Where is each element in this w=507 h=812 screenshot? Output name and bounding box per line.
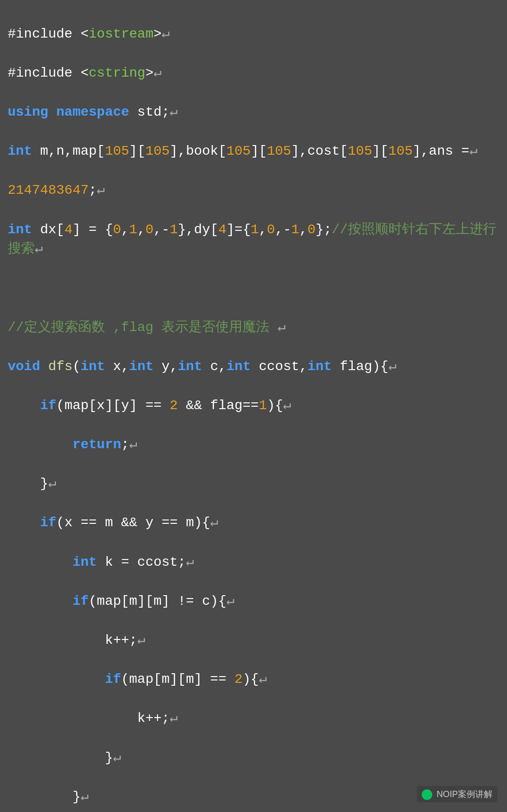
code-line-7: //定义搜索函数 ,flag 表示是否使用魔法 ↵ <box>8 318 499 338</box>
code-editor: #include <iostream>↵ #include <cstring>↵… <box>8 5 499 812</box>
code-line-4: int m,n,map[105][105],book[105][105],cos… <box>8 142 499 161</box>
code-line-2: #include <cstring>↵ <box>8 64 499 83</box>
wechat-icon <box>422 789 432 800</box>
code-line-16: if(map[m][m] == 2){↵ <box>8 670 499 690</box>
code-line-12: if(x == m && y == m){↵ <box>8 513 499 533</box>
watermark-label: NOIP案例讲解 <box>437 789 493 799</box>
code-line-4b: 2147483647;↵ <box>8 181 499 200</box>
code-line-11: }↵ <box>8 474 499 494</box>
code-line-10: return;↵ <box>8 435 499 455</box>
code-line-1: #include <iostream>↵ <box>8 25 499 44</box>
watermark: NOIP案例讲解 <box>417 786 497 802</box>
code-line-8: void dfs(int x,int y,int c,int ccost,int… <box>8 357 499 377</box>
code-line-6 <box>8 279 499 298</box>
code-line-13: int k = ccost;↵ <box>8 553 499 572</box>
code-line-15: k++;↵ <box>8 631 499 651</box>
code-line-14: if(map[m][m] != c){↵ <box>8 592 499 612</box>
code-line-3: using namespace std;↵ <box>8 103 499 122</box>
code-line-18: }↵ <box>8 748 499 768</box>
code-line-9: if(map[x][y] == 2 && flag==1){↵ <box>8 396 499 416</box>
code-line-5: int dx[4] = {0,1,0,-1},dy[4]={1,0,-1,0};… <box>8 220 499 259</box>
code-line-17: k++;↵ <box>8 709 499 729</box>
